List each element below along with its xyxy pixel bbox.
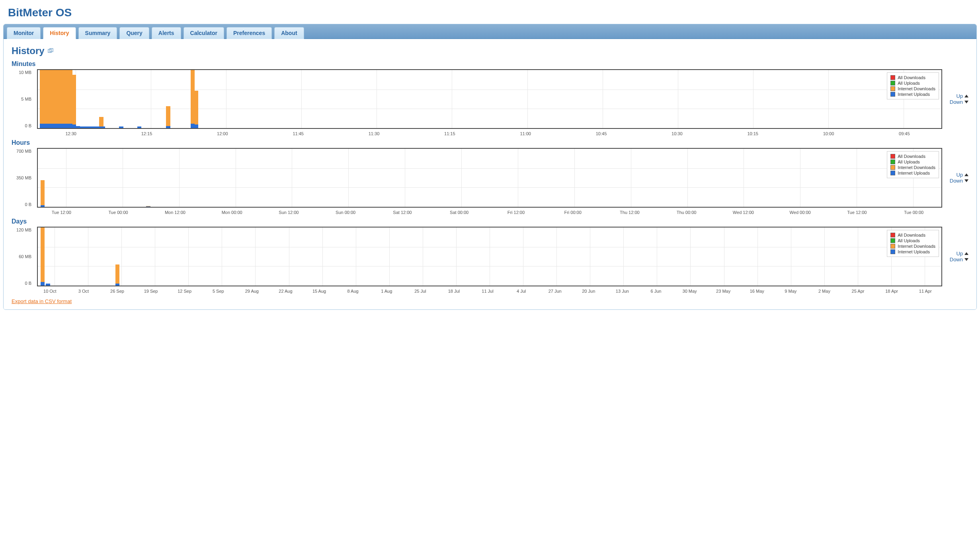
legend-label: All Downloads	[898, 75, 925, 80]
triangle-up-icon	[964, 173, 968, 176]
legend-label: All Downloads	[898, 233, 925, 237]
legend-label: Internet Uploads	[898, 92, 930, 97]
legend-swatch	[890, 81, 895, 86]
chart-legend: All DownloadsAll UploadsInternet Downloa…	[887, 230, 939, 257]
tab-alerts[interactable]: Alerts	[152, 27, 181, 39]
y-axis-hours: 700 MB350 MB0 B	[12, 148, 33, 208]
tab-calculator[interactable]: Calculator	[184, 27, 224, 39]
chart-row-hours: 700 MB350 MB0 B All DownloadsAll Uploads…	[12, 148, 968, 208]
x-tick: Thu 00:00	[677, 210, 697, 215]
x-tick: 15 Aug	[312, 289, 326, 294]
x-tick: Tue 12:00	[847, 210, 867, 215]
main-panel: MonitorHistorySummaryQueryAlertsCalculat…	[3, 24, 977, 310]
x-tick: 1 Aug	[381, 289, 392, 294]
x-tick: Sat 12:00	[393, 210, 412, 215]
x-tick: 5 Sep	[213, 289, 224, 294]
tab-preferences[interactable]: Preferences	[226, 27, 272, 39]
chart-hours[interactable]: All DownloadsAll UploadsInternet Downloa…	[37, 148, 942, 208]
down-button-minutes[interactable]: Down	[946, 99, 968, 105]
legend-swatch	[890, 244, 895, 249]
x-axis-hours: Tue 12:00Tue 00:00Mon 12:00Mon 00:00Sun …	[33, 209, 942, 216]
legend-swatch	[890, 171, 895, 175]
tab-query[interactable]: Query	[119, 27, 149, 39]
x-tick: Tue 00:00	[109, 210, 128, 215]
legend-label: All Uploads	[898, 81, 920, 86]
up-button-minutes[interactable]: Up	[946, 93, 968, 99]
x-axis-days: 10 Oct3 Oct26 Sep19 Sep12 Sep5 Sep29 Aug…	[33, 288, 942, 294]
bar	[41, 282, 45, 286]
updown-days: Up Down	[946, 251, 968, 262]
x-tick: 9 May	[785, 289, 796, 294]
x-tick: Mon 12:00	[165, 210, 185, 215]
x-tick: 18 Jul	[448, 289, 460, 294]
legend-item: All Uploads	[890, 159, 935, 164]
legend-swatch	[890, 75, 895, 80]
legend-swatch	[890, 159, 895, 164]
tab-monitor[interactable]: Monitor	[7, 27, 41, 39]
x-tick: 11 Jul	[482, 289, 493, 294]
x-tick: 10 Oct	[43, 289, 56, 294]
x-tick: 18 Apr	[885, 289, 898, 294]
section-title-minutes: Minutes	[12, 60, 968, 68]
x-tick: Tue 12:00	[52, 210, 71, 215]
bar	[115, 284, 119, 286]
legend-item: Internet Downloads	[890, 244, 935, 249]
x-tick: Mon 00:00	[222, 210, 242, 215]
chart-legend: All DownloadsAll UploadsInternet Downloa…	[887, 72, 939, 99]
legend-label: All Uploads	[898, 238, 920, 243]
x-tick: 25 Jul	[414, 289, 426, 294]
bar	[101, 126, 105, 128]
up-button-days[interactable]: Up	[946, 251, 968, 257]
page-heading: History	[12, 45, 968, 56]
legend-label: All Uploads	[898, 159, 920, 164]
up-label: Up	[956, 251, 963, 257]
tab-about[interactable]: About	[274, 27, 304, 39]
legend-label: Internet Downloads	[898, 165, 935, 170]
app-title: BitMeter OS	[8, 6, 977, 19]
x-tick: 11:00	[520, 131, 531, 136]
down-button-hours[interactable]: Down	[946, 178, 968, 184]
chart-days[interactable]: All DownloadsAll UploadsInternet Downloa…	[37, 227, 942, 286]
x-tick: Sun 12:00	[279, 210, 299, 215]
bar	[119, 126, 123, 128]
x-tick: 26 Sep	[110, 289, 124, 294]
chart-minutes[interactable]: All DownloadsAll UploadsInternet Downloa…	[37, 69, 942, 129]
legend-label: Internet Uploads	[898, 171, 930, 175]
x-tick: 10:00	[823, 131, 834, 136]
export-csv-link[interactable]: Export data in CSV format	[12, 298, 72, 304]
tab-history[interactable]: History	[43, 27, 76, 39]
legend-item: All Downloads	[890, 233, 935, 237]
tab-content: History Minutes 10 MB5 MB0 B All Downloa…	[4, 39, 976, 309]
down-button-days[interactable]: Down	[946, 257, 968, 262]
legend-swatch	[890, 92, 895, 97]
bar	[41, 180, 45, 207]
section-title-days: Days	[12, 218, 968, 225]
legend-item: Internet Downloads	[890, 86, 935, 91]
legend-item: All Uploads	[890, 81, 935, 86]
x-tick: 20 Jun	[582, 289, 595, 294]
legend-item: Internet Uploads	[890, 92, 935, 97]
x-tick: 12 Sep	[178, 289, 191, 294]
x-tick: 29 Aug	[245, 289, 259, 294]
up-button-hours[interactable]: Up	[946, 172, 968, 178]
legend-label: Internet Uploads	[898, 249, 930, 254]
chart-row-minutes: 10 MB5 MB0 B All DownloadsAll UploadsInt…	[12, 69, 968, 129]
popout-icon[interactable]	[48, 48, 53, 54]
bar	[41, 205, 45, 207]
x-tick: 8 Aug	[347, 289, 359, 294]
tab-summary[interactable]: Summary	[78, 27, 117, 39]
x-tick: 11:30	[369, 131, 380, 136]
y-tick: 700 MB	[16, 149, 31, 154]
bar	[194, 91, 198, 128]
x-tick: 11:15	[444, 131, 455, 136]
legend-swatch	[890, 154, 895, 159]
x-tick: 19 Sep	[144, 289, 158, 294]
down-label: Down	[950, 257, 963, 262]
bar	[194, 124, 198, 128]
x-tick: 16 May	[750, 289, 764, 294]
legend-label: All Downloads	[898, 154, 925, 159]
page-heading-text: History	[12, 45, 45, 56]
triangle-up-icon	[964, 252, 968, 255]
y-tick: 10 MB	[19, 70, 31, 75]
x-tick: 12:00	[217, 131, 228, 136]
